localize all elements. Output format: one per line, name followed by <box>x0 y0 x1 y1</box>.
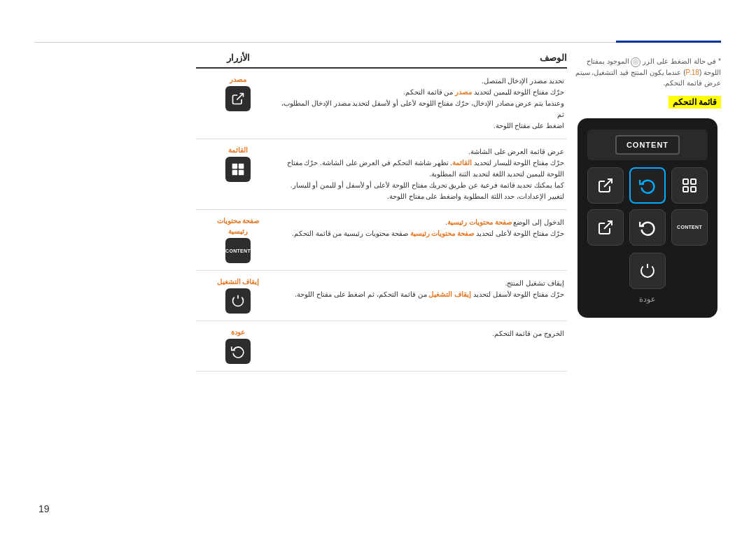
back-button-area: عودة <box>196 328 280 364</box>
col-header-buttons: الأزرار <box>196 52 280 63</box>
accent-bar <box>616 41 721 43</box>
back-icon-btn[interactable] <box>225 339 251 364</box>
input-button-2[interactable] <box>587 209 624 246</box>
svg-rect-6 <box>232 170 238 176</box>
source-icon-btn[interactable] <box>225 86 251 111</box>
table-row-back: الخروج من قائمة التحكم. عودة <box>196 321 567 372</box>
source-description: تحديد مصدر الإدخال المتصل. حرّك مفتاح ال… <box>280 76 567 132</box>
svg-rect-2 <box>683 187 688 192</box>
menu-button[interactable] <box>671 167 708 204</box>
content-description: الدخول إلى الوضع صفحة محتويات رئيسية. حر… <box>280 217 567 239</box>
content-label: CONTENT <box>615 135 680 155</box>
top-note: * في حالة الضغط على الزر ◎ الموجود بمفتا… <box>574 56 721 88</box>
page-link[interactable]: P.18 <box>686 69 699 76</box>
rotate-button-2[interactable] <box>629 209 666 246</box>
power-label: إيقاف التشغيل <box>217 278 260 286</box>
menu-label: القائمة <box>228 146 248 154</box>
content-small-button[interactable]: CONTENT <box>671 209 708 246</box>
note-text: * في حالة الضغط على الزر ◎ الموجود بمفتا… <box>575 57 721 76</box>
content-small-text: CONTENT <box>677 225 702 230</box>
source-button-area: مصدر <box>196 76 280 111</box>
svg-rect-4 <box>232 164 238 169</box>
col-header-description: الوصف <box>280 52 567 63</box>
remote-control-image: CONTENT <box>578 118 718 318</box>
power-icon-btn[interactable] <box>225 288 251 314</box>
content-label-text: صفحة محتويات <box>217 217 260 225</box>
table-row-content: الدخول إلى الوضع صفحة محتويات رئيسية. حر… <box>196 210 567 271</box>
source-label: مصدر <box>230 76 246 83</box>
back-label: عودة <box>231 328 245 336</box>
svg-rect-7 <box>239 170 244 176</box>
svg-rect-0 <box>683 179 688 184</box>
menu-icon-btn[interactable] <box>225 157 251 182</box>
table-row-menu: عرض قائمة العرض على الشاشة. حرّك مفتاح ا… <box>196 139 567 210</box>
menu-button-area: القائمة <box>196 146 280 182</box>
table-row-power: إيقاف تشغيل المنتج. حرّك مفتاح اللوحة لأ… <box>196 271 567 321</box>
remote-buttons-grid: CONTENT <box>587 167 708 246</box>
power-description: إيقاف تشغيل المنتج. حرّك مفتاح اللوحة لأ… <box>280 278 567 300</box>
power-button-area: إيقاف التشغيل <box>196 278 280 314</box>
page-number: 19 <box>38 503 50 514</box>
rotate-button[interactable] <box>629 167 666 204</box>
svg-rect-5 <box>239 164 244 169</box>
table-row-source: تحديد مصدر الإدخال المتصل. حرّك مفتاح ال… <box>196 69 567 139</box>
table-header-row: الوصف الأزرار <box>196 52 567 69</box>
right-panel: * في حالة الضغط على الزر ◎ الموجود بمفتا… <box>574 56 721 318</box>
input-button[interactable] <box>587 167 624 204</box>
svg-rect-3 <box>691 187 696 192</box>
svg-rect-1 <box>691 179 696 184</box>
power-button[interactable] <box>629 253 666 289</box>
content-top-button: CONTENT <box>587 129 708 160</box>
menu-description: عرض قائمة العرض على الشاشة. حرّك مفتاح ا… <box>280 146 567 202</box>
note-text-2: عرض قائمة التحكم. <box>664 79 721 87</box>
content-icon-btn[interactable]: CONTENT <box>225 238 251 263</box>
main-table-area: الوصف الأزرار تحديد مصدر الإدخال المتصل.… <box>196 52 567 492</box>
content-button-area: صفحة محتويات رئيسية CONTENT <box>196 217 280 263</box>
remote-bottom-label: عودة <box>587 295 708 304</box>
menu-title-label: قائمة التحكم <box>668 96 721 108</box>
content-label-text-2: رئيسية <box>228 227 248 235</box>
back-description: الخروج من قائمة التحكم. <box>280 328 567 339</box>
